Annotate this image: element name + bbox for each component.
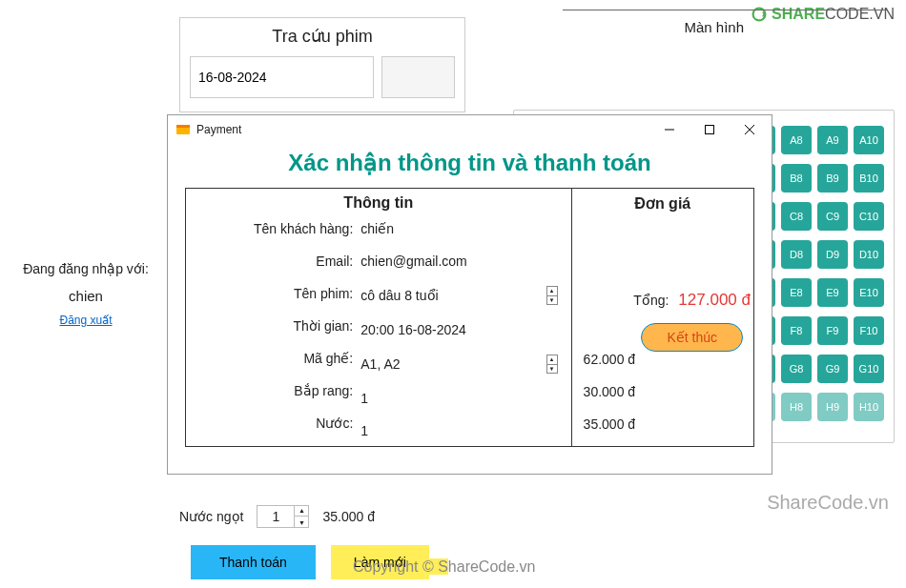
price-header: Đơn giá xyxy=(572,189,753,218)
value-seat: A1, A2 xyxy=(360,356,400,372)
seat-C9[interactable]: C9 xyxy=(817,202,848,231)
seat-B10[interactable]: B10 xyxy=(854,164,884,193)
value-time: 20:00 16-08-2024 xyxy=(360,322,561,337)
logout-link[interactable]: Đăng xuất xyxy=(59,314,112,327)
price-drink: 35.000 đ xyxy=(584,416,742,432)
seat-D9[interactable]: D9 xyxy=(817,240,848,269)
price-seat: 62.000 đ xyxy=(584,352,742,367)
screen-line xyxy=(563,10,887,10)
seat-H9[interactable]: H9 xyxy=(817,393,848,421)
seat-C10[interactable]: C10 xyxy=(854,202,884,231)
seat-E10[interactable]: E10 xyxy=(854,278,884,307)
extras-qty-spinner[interactable]: 1 ▲▼ xyxy=(257,505,309,528)
label-seat: Mã ghế: xyxy=(303,351,353,366)
seat-F9[interactable]: F9 xyxy=(817,316,848,345)
seat-stepper[interactable]: ▲▼ xyxy=(546,355,558,374)
login-username: chien xyxy=(69,288,103,304)
window-maximize-button[interactable] xyxy=(690,116,730,143)
login-sidebar: Đang đăng nhập với: chien Đăng xuất xyxy=(0,0,172,588)
movie-search-panel: Tra cứu phim xyxy=(179,17,465,112)
extras-row: Nước ngọt 1 ▲▼ 35.000 đ xyxy=(179,505,375,528)
label-time: Thời gian: xyxy=(294,318,354,334)
total-amount: 127.000 đ xyxy=(678,291,751,310)
total-block: Tổng: 127.000 đ Kết thúc xyxy=(633,291,751,352)
extras-price: 35.000 đ xyxy=(322,509,375,524)
seat-B9[interactable]: B9 xyxy=(817,164,848,193)
seat-H10[interactable]: H10 xyxy=(854,393,884,421)
pay-button[interactable]: Thanh toán xyxy=(191,545,316,579)
svg-rect-3 xyxy=(706,126,714,134)
window-icon xyxy=(175,122,191,137)
label-drink: Nước: xyxy=(316,416,353,431)
search-title: Tra cứu phim xyxy=(190,26,455,47)
svg-rect-1 xyxy=(176,125,190,128)
login-label: Đang đăng nhập với: xyxy=(23,261,149,276)
watermark-bottom-right: ShareCode.vn xyxy=(767,492,889,514)
label-email: Email: xyxy=(316,253,353,269)
seat-H8[interactable]: H8 xyxy=(781,393,812,421)
window-title: Payment xyxy=(196,123,241,136)
seat-E9[interactable]: E9 xyxy=(817,278,848,307)
window-close-button[interactable] xyxy=(730,116,770,143)
payment-window: Payment Xác nhận thông tin và thanh toán… xyxy=(167,114,772,475)
value-customer: chiến xyxy=(360,221,561,236)
total-label: Tổng: xyxy=(633,293,669,308)
search-side-box xyxy=(381,56,455,98)
modal-heading: Xác nhận thông tin và thanh toán xyxy=(185,150,754,176)
seat-A8[interactable]: A8 xyxy=(781,126,812,154)
seat-B8[interactable]: B8 xyxy=(781,164,812,193)
spinner-up-icon[interactable]: ▲ xyxy=(295,505,308,517)
info-header: Thông tin xyxy=(186,189,571,217)
seat-C8[interactable]: C8 xyxy=(781,202,812,231)
value-popcorn: 1 xyxy=(360,391,561,406)
seat-G10[interactable]: G10 xyxy=(854,355,884,383)
seat-D8[interactable]: D8 xyxy=(781,240,812,269)
label-customer: Tên khách hàng: xyxy=(254,221,353,236)
movie-stepper[interactable]: ▲▼ xyxy=(546,286,558,305)
label-movie: Tên phim: xyxy=(294,286,353,301)
watermark-copyright: Copyright © ShareCode.vn xyxy=(353,558,535,576)
price-popcorn: 30.000 đ xyxy=(584,384,742,399)
brand-logo: SHARECODE.VN xyxy=(751,6,895,23)
value-email: chien@gmail.com xyxy=(360,253,561,269)
window-minimize-button[interactable] xyxy=(649,116,690,143)
seat-D10[interactable]: D10 xyxy=(854,240,884,269)
screen-label: Màn hình xyxy=(684,19,744,35)
finish-button[interactable]: Kết thúc xyxy=(641,323,743,352)
seat-A10[interactable]: A10 xyxy=(854,126,884,154)
window-titlebar: Payment xyxy=(168,115,772,144)
seat-F10[interactable]: F10 xyxy=(854,316,884,345)
seat-F8[interactable]: F8 xyxy=(781,316,812,345)
seat-A9[interactable]: A9 xyxy=(817,126,848,154)
seat-G9[interactable]: G9 xyxy=(817,355,848,383)
date-input[interactable] xyxy=(190,56,374,98)
extras-label: Nước ngọt xyxy=(179,509,243,524)
value-drink: 1 xyxy=(360,423,561,438)
seat-G8[interactable]: G8 xyxy=(781,355,812,383)
value-movie: cô dâu 8 tuổi xyxy=(360,288,438,303)
seat-E8[interactable]: E8 xyxy=(781,278,812,307)
label-popcorn: Bắp rang: xyxy=(294,383,353,398)
spinner-down-icon[interactable]: ▼ xyxy=(295,517,308,528)
